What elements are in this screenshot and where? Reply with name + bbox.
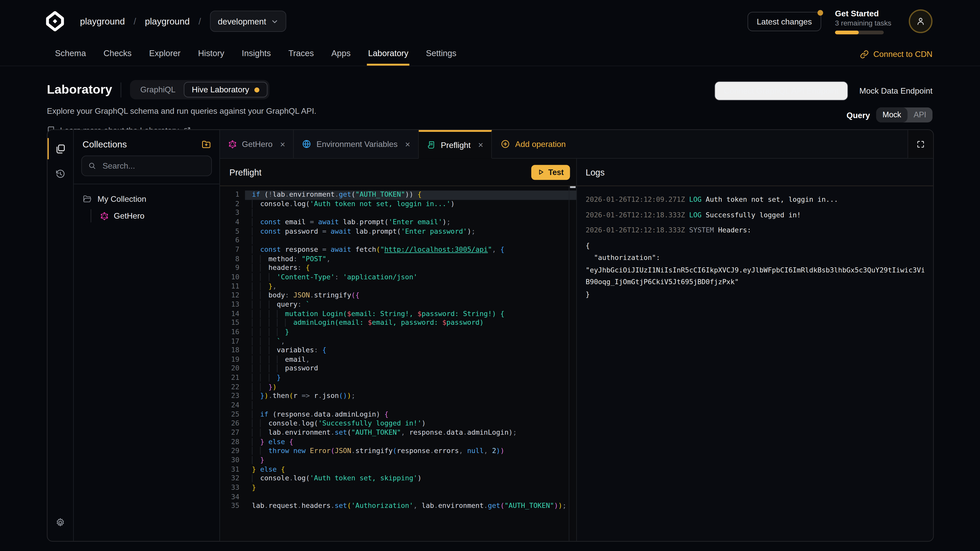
- nav-tab-history[interactable]: History: [197, 43, 226, 66]
- nav-tab-laboratory[interactable]: Laboratory: [367, 43, 410, 66]
- globe-icon: [302, 139, 312, 149]
- collection-folder-my-collection[interactable]: My Collection: [80, 193, 213, 205]
- code-line[interactable]: 13 query: `: [220, 300, 576, 310]
- code-line[interactable]: 12 body: JSON.stringify({: [220, 291, 576, 300]
- nav-tab-apps[interactable]: Apps: [330, 43, 352, 66]
- code-line[interactable]: 17 `,: [220, 337, 576, 346]
- code-line[interactable]: 15 adminLogin(email: $email, password: $…: [220, 319, 576, 328]
- target-select[interactable]: development: [210, 11, 286, 32]
- hive-logo-icon[interactable]: [45, 11, 65, 31]
- code-line[interactable]: 3: [220, 209, 576, 218]
- add-operation-button[interactable]: Add operation: [492, 130, 574, 158]
- code-line[interactable]: 1if (!lab.environment.get("AUTH_TOKEN"))…: [220, 191, 576, 200]
- test-button[interactable]: Test: [531, 165, 570, 179]
- code-line[interactable]: 32 console.log('Auth token set, skipping…: [220, 475, 576, 484]
- folder-plus-icon[interactable]: [201, 139, 211, 149]
- nav-tab-checks[interactable]: Checks: [102, 43, 133, 66]
- scrollbar-thumb[interactable]: [570, 186, 576, 188]
- nav-tab-settings[interactable]: Settings: [425, 43, 458, 66]
- collections-search[interactable]: [81, 156, 212, 176]
- code-line[interactable]: 26 console.log('Successfully logged in!'…: [220, 419, 576, 429]
- connect-graphql-api-endpoint-button[interactable]: Connect GraphQL API Endpoint: [714, 81, 848, 100]
- user-avatar[interactable]: [909, 10, 932, 33]
- mode-toggle: GraphiQL Hive Laboratory: [130, 80, 269, 99]
- play-icon: [538, 168, 545, 176]
- code-line[interactable]: 30 }: [220, 456, 576, 465]
- script-icon: [427, 141, 436, 149]
- nav-tab-traces[interactable]: Traces: [287, 43, 315, 66]
- collections-tree: My Collection GetHero: [74, 184, 220, 231]
- rail-settings-button[interactable]: [48, 510, 73, 535]
- query-option-mock[interactable]: Mock: [876, 107, 907, 122]
- code-line[interactable]: 25 if (response.data.adminLogin) {: [220, 410, 576, 419]
- chevron-down-icon: [271, 18, 278, 25]
- query-toggle-label: Query: [846, 110, 870, 120]
- code-line[interactable]: 7 const response = await fetch("http://l…: [220, 245, 576, 254]
- get-started[interactable]: Get Started 3 remaining tasks: [835, 8, 884, 34]
- fullscreen-button[interactable]: [907, 130, 933, 158]
- code-line[interactable]: 8 method: "POST",: [220, 254, 576, 264]
- close-tab-icon[interactable]: ×: [280, 139, 285, 149]
- code-line[interactable]: 35lab.request.headers.set('Authorization…: [220, 502, 576, 511]
- code-line[interactable]: 9 headers: {: [220, 264, 576, 273]
- query-option-api[interactable]: API: [907, 107, 932, 122]
- code-line[interactable]: 33}: [220, 484, 576, 493]
- editor-scrollbar[interactable]: [569, 186, 576, 541]
- code-line[interactable]: 28 } else {: [220, 438, 576, 447]
- code-line[interactable]: 23 }).then(r => r.json());: [220, 392, 576, 401]
- code-line[interactable]: 11 },: [220, 282, 576, 291]
- code-line[interactable]: 5 const password = await lab.prompt('Ent…: [220, 227, 576, 237]
- breadcrumb-project[interactable]: playground: [145, 16, 190, 26]
- code-line[interactable]: 22 }): [220, 383, 576, 392]
- nav-tab-schema[interactable]: Schema: [54, 43, 87, 66]
- code-line[interactable]: 4 const email = await lab.prompt('Enter …: [220, 218, 576, 227]
- mock-data-endpoint-button[interactable]: Mock Data Endpoint: [859, 86, 932, 96]
- code-line[interactable]: 2 console.log('Auth token not set, loggi…: [220, 200, 576, 209]
- gear-icon: [55, 517, 66, 528]
- log-entry: 2026-01-26T12:12:09.271Z LOG Auth token …: [586, 195, 924, 204]
- code-line[interactable]: 20 password: [220, 365, 576, 374]
- nav-tab-insights[interactable]: Insights: [240, 43, 272, 66]
- log-entry: }: [586, 289, 924, 299]
- close-tab-icon[interactable]: ×: [478, 140, 484, 150]
- code-line[interactable]: 18 variables: {: [220, 346, 576, 355]
- collection-item-gethero[interactable]: GetHero: [97, 209, 213, 222]
- tab-preflight[interactable]: Preflight×: [419, 130, 492, 159]
- rail-history-button[interactable]: [48, 161, 73, 186]
- code-line[interactable]: 21 }: [220, 374, 576, 383]
- header-right: Latest changes Get Started 3 remaining t…: [748, 8, 932, 34]
- code-line[interactable]: 24: [220, 401, 576, 410]
- mode-option-graphiql[interactable]: GraphiQL: [132, 82, 184, 97]
- history-icon: [55, 168, 66, 179]
- get-started-title: Get Started: [835, 8, 884, 18]
- code-line[interactable]: 31} else {: [220, 465, 576, 475]
- code-line[interactable]: 6: [220, 236, 576, 245]
- code-line[interactable]: 27 lab.environment.set("AUTH_TOKEN", res…: [220, 429, 576, 438]
- logs-title: Logs: [586, 167, 605, 177]
- code-line[interactable]: 19 email,: [220, 355, 576, 365]
- code-line[interactable]: 29 throw new Error(JSON.stringify(respon…: [220, 447, 576, 456]
- active-dot: [254, 87, 259, 92]
- breadcrumb-separator: /: [199, 16, 201, 26]
- close-tab-icon[interactable]: ×: [405, 139, 410, 149]
- code-editor[interactable]: 1if (!lab.environment.get("AUTH_TOKEN"))…: [220, 186, 576, 541]
- code-line[interactable]: 14 mutation Login($email: String!, $pass…: [220, 310, 576, 319]
- search-input[interactable]: [101, 160, 205, 171]
- tab-gethero[interactable]: GetHero×: [220, 130, 294, 158]
- sidebar-rail: [48, 130, 74, 541]
- workbench: GetHero×Environment Variables×Preflight×…: [220, 130, 933, 541]
- main-nav: SchemaChecksExplorerHistoryInsightsTrace…: [0, 43, 980, 66]
- rail-collections-button[interactable]: [48, 136, 73, 161]
- nav-tab-explorer[interactable]: Explorer: [148, 43, 182, 66]
- code-line[interactable]: 16 }: [220, 328, 576, 337]
- collections-icon: [55, 143, 66, 154]
- latest-changes-button[interactable]: Latest changes: [748, 11, 821, 31]
- code-line[interactable]: 10 'Content-Type': 'application/json': [220, 273, 576, 282]
- mode-option-hive-laboratory[interactable]: Hive Laboratory: [184, 82, 267, 97]
- tab-environment-variables[interactable]: Environment Variables×: [294, 130, 419, 158]
- connect-to-cdn-link[interactable]: Connect to CDN: [860, 43, 932, 66]
- logs-output[interactable]: 2026-01-26T12:12:09.271Z LOG Auth token …: [577, 186, 933, 541]
- laboratory-left: Laboratory GraphiQL Hive Laboratory Expl…: [47, 80, 317, 135]
- code-line[interactable]: 34: [220, 492, 576, 502]
- breadcrumb-org[interactable]: playground: [80, 16, 125, 26]
